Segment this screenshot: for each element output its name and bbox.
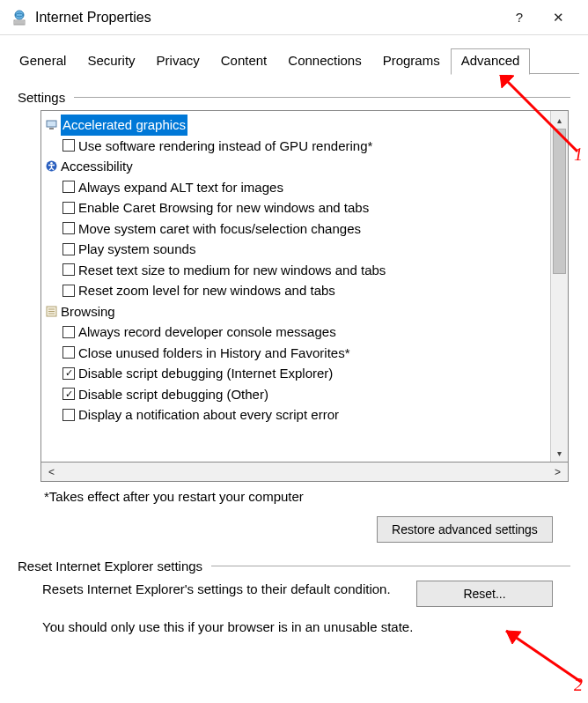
tree-option-label: Close unused folders in History and Favo… [78, 343, 349, 364]
tree-option[interactable]: ✓Disable script debugging (Internet Expl… [43, 363, 550, 384]
tree-option[interactable]: Display a notification about every scrip… [43, 404, 550, 426]
display-icon [45, 119, 57, 131]
tab-general[interactable]: General [9, 48, 77, 75]
checkbox[interactable] [62, 326, 75, 338]
tree-option[interactable]: Move system caret with focus/selection c… [43, 218, 550, 240]
scroll-up-arrow[interactable]: ▴ [551, 111, 568, 129]
checkbox[interactable] [62, 181, 75, 193]
settings-group: Settings Accelerated graphicsUse softwar… [18, 90, 570, 543]
tree-option[interactable]: Reset text size to medium for new window… [43, 260, 550, 281]
svg-point-7 [50, 162, 53, 165]
horizontal-scrollbar[interactable]: < > [40, 462, 569, 482]
scroll-right-arrow[interactable]: > [555, 466, 561, 478]
tree-option-label: Always record developer console messages [78, 322, 336, 343]
tree-category-label: Browsing [61, 301, 115, 322]
tab-programs[interactable]: Programs [372, 48, 451, 75]
tab-connections[interactable]: Connections [277, 48, 371, 75]
close-button[interactable]: ✕ [539, 4, 577, 31]
svg-line-14 [506, 631, 581, 682]
group-divider [74, 97, 570, 98]
tree-option-label: Disable script debugging (Other) [78, 384, 268, 405]
checkbox[interactable] [62, 409, 75, 421]
tree-option-label: Play system sounds [78, 239, 195, 260]
tree-option[interactable]: Always record developer console messages [43, 322, 550, 343]
tree-option-label: Move system caret with focus/selection c… [78, 218, 361, 240]
tree-option[interactable]: Reset zoom level for new windows and tab… [43, 280, 550, 301]
tree-category[interactable]: Accessibility [43, 156, 550, 177]
group-divider [211, 566, 570, 566]
scroll-track[interactable] [551, 129, 568, 444]
checkbox[interactable]: ✓ [62, 388, 75, 400]
checkbox[interactable] [62, 243, 75, 255]
internet-options-icon [11, 9, 28, 26]
tree-option[interactable]: Close unused folders in History and Favo… [43, 343, 550, 364]
tree-option-label: Reset text size to medium for new window… [78, 260, 386, 281]
tab-security[interactable]: Security [77, 48, 145, 75]
settings-tree: Accelerated graphicsUse software renderi… [40, 110, 569, 462]
help-button[interactable]: ? [500, 4, 539, 31]
tree-option[interactable]: ✓Disable script debugging (Other) [43, 384, 550, 405]
restore-advanced-button[interactable]: Restore advanced settings [377, 516, 553, 543]
browsing-icon [45, 305, 57, 317]
title-bar: Internet Properties ? ✕ [0, 0, 588, 35]
svg-rect-4 [47, 121, 56, 127]
checkbox[interactable]: ✓ [62, 367, 75, 380]
checkbox[interactable] [62, 139, 75, 152]
tree-option[interactable]: Play system sounds [43, 239, 550, 260]
scroll-down-arrow[interactable]: ▾ [551, 444, 568, 462]
tree-option-label: Reset zoom level for new windows and tab… [78, 280, 335, 301]
svg-point-0 [15, 11, 24, 19]
tree-category[interactable]: Browsing [43, 301, 550, 322]
reset-group: Reset Internet Explorer settings Resets … [18, 559, 570, 634]
settings-tree-content[interactable]: Accelerated graphicsUse software renderi… [41, 111, 550, 462]
checkbox[interactable] [62, 263, 75, 276]
restart-note: *Takes effect after you restart your com… [44, 489, 570, 504]
vertical-scrollbar[interactable]: ▴ ▾ [550, 111, 568, 462]
scroll-left-arrow[interactable]: < [48, 466, 55, 478]
tree-option-label: Always expand ALT text for images [78, 177, 283, 198]
tab-privacy[interactable]: Privacy [146, 48, 210, 75]
reset-description: Resets Internet Explorer's settings to t… [42, 581, 399, 598]
window-title: Internet Properties [35, 10, 500, 26]
tree-option[interactable]: Use software rendering instead of GPU re… [43, 136, 550, 157]
tab-content[interactable]: Content [210, 48, 278, 75]
tree-option[interactable]: Enable Caret Browsing for new windows an… [43, 197, 550, 218]
checkbox[interactable] [62, 346, 75, 359]
checkbox[interactable] [62, 202, 75, 214]
tree-category-label: Accelerated graphics [61, 115, 187, 136]
annotation-label-1: 1 [574, 144, 583, 165]
tree-option[interactable]: Always expand ALT text for images [43, 177, 550, 198]
tree-option-label: Disable script debugging (Internet Explo… [78, 363, 333, 384]
annotation-label-2: 2 [574, 675, 583, 695]
tree-option-label: Display a notification about every scrip… [78, 404, 339, 426]
tree-option-label: Use software rendering instead of GPU re… [78, 136, 372, 157]
reset-button[interactable]: Reset... [416, 581, 553, 607]
accessibility-icon [45, 160, 57, 173]
checkbox[interactable] [62, 285, 75, 297]
settings-group-label: Settings [18, 90, 65, 105]
tree-category-label: Accessibility [61, 156, 133, 177]
tab-strip: General Security Privacy Content Connect… [9, 48, 579, 74]
tree-option-label: Enable Caret Browsing for new windows an… [78, 197, 369, 218]
scroll-thumb[interactable] [553, 129, 566, 274]
reset-group-label: Reset Internet Explorer settings [18, 559, 202, 574]
svg-rect-5 [49, 128, 54, 130]
checkbox[interactable] [62, 222, 75, 234]
reset-warning: You should only use this if your browser… [42, 619, 570, 634]
tab-advanced[interactable]: Advanced [451, 48, 531, 75]
tree-category[interactable]: Accelerated graphics [43, 115, 550, 136]
